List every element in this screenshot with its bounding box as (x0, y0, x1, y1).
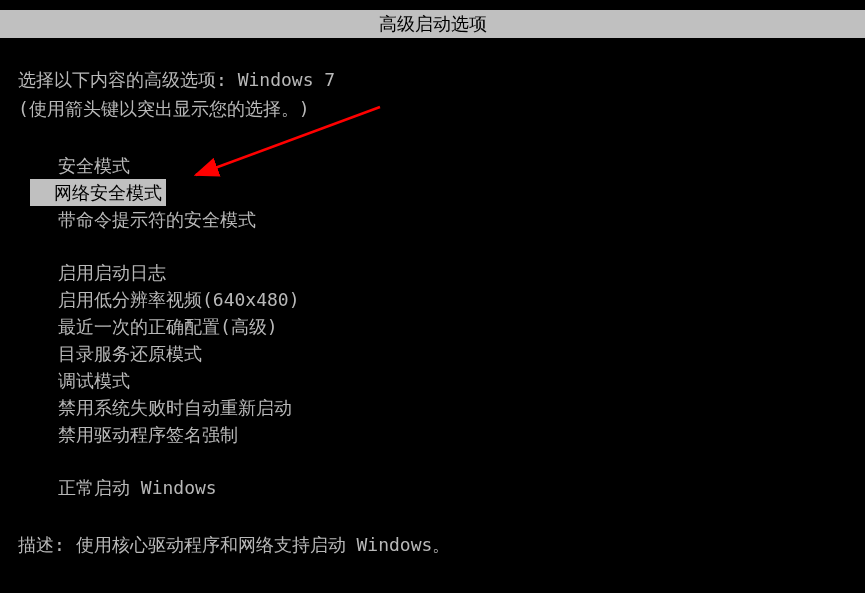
boot-options-list[interactable]: 安全模式 网络安全模式 带命令提示符的安全模式 启用启动日志 启用低分辨率视频(… (54, 152, 847, 501)
option-disable-auto-restart[interactable]: 禁用系统失败时自动重新启动 (54, 394, 847, 421)
option-low-res-video[interactable]: 启用低分辨率视频(640x480) (54, 286, 847, 313)
title-bar: 高级启动选项 (0, 10, 865, 38)
description-line: 描述: 使用核心驱动程序和网络支持启动 Windows。 (0, 531, 865, 558)
option-debug-mode[interactable]: 调试模式 (54, 367, 847, 394)
option-safe-mode-cmd[interactable]: 带命令提示符的安全模式 (54, 206, 847, 233)
description-text: 使用核心驱动程序和网络支持启动 Windows。 (76, 534, 451, 555)
option-enable-boot-log[interactable]: 启用启动日志 (54, 259, 847, 286)
option-safe-mode-networking[interactable]: 网络安全模式 (30, 179, 847, 206)
title-text: 高级启动选项 (379, 13, 487, 34)
option-safe-mode[interactable]: 安全模式 (54, 152, 847, 179)
option-start-normally[interactable]: 正常启动 Windows (54, 474, 847, 501)
content-area: 选择以下内容的高级选项: Windows 7 (使用箭头键以突出显示您的选择。)… (0, 38, 865, 501)
instruction-line-1: 选择以下内容的高级选项: Windows 7 (18, 66, 847, 93)
option-ds-restore[interactable]: 目录服务还原模式 (54, 340, 847, 367)
option-disable-driver-sig[interactable]: 禁用驱动程序签名强制 (54, 421, 847, 448)
option-last-known-good[interactable]: 最近一次的正确配置(高级) (54, 313, 847, 340)
instruction-line-2: (使用箭头键以突出显示您的选择。) (18, 95, 847, 122)
description-label: 描述: (18, 534, 65, 555)
